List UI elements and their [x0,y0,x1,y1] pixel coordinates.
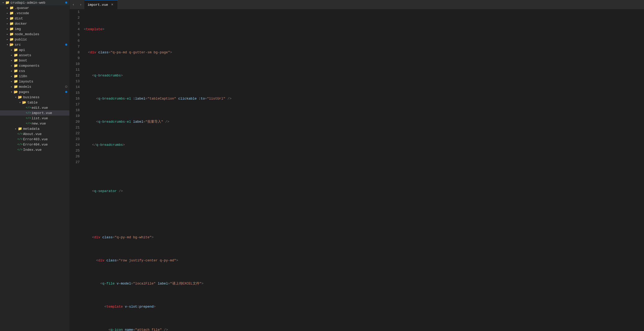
sidebar-item-css[interactable]: 📁 css [0,68,69,74]
tab-nav-prev[interactable]: ‹ [70,0,77,9]
business-arrow [14,95,18,99]
line-num-12: 12 [72,73,80,79]
sidebar-item-list-vue[interactable]: </> list.vue [0,116,69,121]
api-arrow [9,48,14,52]
sidebar-item-pages[interactable]: 📂 pages [0,89,69,95]
sidebar-item-layouts[interactable]: 📁 layouts [0,79,69,84]
line-num-7: 7 [72,44,80,50]
line-num-9: 9 [72,55,80,61]
code-line-2: <div class="q-pa-md q-gutter-sm bg-page"… [84,50,644,55]
layouts-folder-icon: 📁 [14,79,18,84]
line-num-22: 22 [72,131,80,136]
table-label: table [27,101,38,105]
sidebar-item-src[interactable]: 📂 src [0,42,69,47]
sidebar-item-node-modules[interactable]: 📁 node_modules [0,32,69,37]
sidebar-item-models[interactable]: 📁 models [0,84,69,89]
sidebar-item-assets[interactable]: 📁 assets [0,53,69,58]
line-num-13: 13 [72,79,80,84]
line-num-14: 14 [72,84,80,90]
code-line-5: <q-breadcrumbs-el label="批量导入" /> [84,119,644,125]
error403-vue-icon: </> [18,137,22,141]
code-container[interactable]: 1 2 3 4 5 6 7 8 9 10 11 12 13 14 15 16 1… [70,9,644,331]
components-arrow [9,64,14,68]
business-label: business [23,95,39,99]
sidebar-item-components[interactable]: 📁 components [0,63,69,68]
sidebar-item-about-vue[interactable]: </> About.vue [0,131,69,137]
line-num-8: 8 [72,50,80,55]
models-arrow [9,85,14,89]
sidebar-item-import-vue[interactable]: </> import.vue [0,110,69,116]
boot-label: boot [19,59,27,63]
metadata-label: metadata [23,127,39,131]
sidebar-item-business[interactable]: 📂 business [0,95,69,100]
sidebar-item-metadata[interactable]: 📁 metadata [0,126,69,131]
sidebar-item-i18n[interactable]: 📁 i18n [0,74,69,79]
business-folder-icon: 📂 [18,95,22,99]
tab-close-button[interactable]: × [110,3,114,7]
table-folder-icon: 📂 [22,100,26,105]
dist-label: dist [15,17,23,20]
code-content[interactable]: <template> <div class="q-pa-md q-gutter-… [83,9,644,331]
public-label: public [15,38,27,42]
node-modules-arrow [5,32,9,36]
quasar-label: .quasar [15,6,29,10]
sidebar-item-dist[interactable]: 📁 dist [0,16,69,21]
root-dot [65,2,67,4]
line-num-3: 3 [72,21,80,27]
new-vue-label: new.vue [32,122,46,126]
src-arrow [5,43,9,47]
boot-arrow [9,58,14,63]
models-label: models [19,85,31,89]
sidebar-item-docker[interactable]: 📁 docker [0,21,69,26]
dist-arrow [5,16,9,20]
code-line-7 [84,165,644,171]
layouts-label: layouts [19,80,33,84]
line-num-6: 6 [72,38,80,44]
src-folder-icon: 📂 [9,43,14,47]
root-arrow [1,1,5,5]
sidebar-item-vscode[interactable]: 📁 .vscode [0,11,69,16]
sidebar-item-index-vue[interactable]: </> Index.vue [0,147,69,152]
i18n-folder-icon: 📁 [14,74,18,78]
line-num-19: 19 [72,113,80,119]
line-num-2: 2 [72,15,80,21]
code-line-11: <div class="row justify-center q-py-md"> [84,258,644,263]
code-line-3: <q-breadcrumbs> [84,73,644,79]
sidebar-item-boot[interactable]: 📁 boot [0,58,69,63]
about-vue-label: About.vue [23,132,42,136]
edit-vue-label: edit.vue [32,106,48,110]
sidebar-item-error403-vue[interactable]: </> Error403.vue [0,137,69,142]
editor-area: ‹ › import.vue × 1 2 3 4 5 6 7 8 9 10 11… [70,0,644,331]
line-num-20: 20 [72,119,80,125]
models-dot [65,86,67,88]
sidebar-item-error404-vue[interactable]: </> Error404.vue [0,142,69,147]
sidebar-item-public[interactable]: 📁 public [0,37,69,42]
root-folder[interactable]: 📁 crudapi-admin-web [0,0,69,5]
sidebar-item-quasar[interactable]: 📁 .quasar [0,5,69,11]
tab-import-vue[interactable]: import.vue × [84,0,118,9]
line-num-15: 15 [72,90,80,96]
models-folder-icon: 📁 [14,85,18,89]
line-num-24: 24 [72,142,80,148]
line-num-23: 23 [72,136,80,142]
boot-folder-icon: 📁 [14,58,18,63]
img-arrow [5,27,9,31]
sidebar-item-edit-vue[interactable]: </> edit.vue [0,105,69,110]
error404-vue-label: Error404.vue [23,143,48,147]
about-vue-icon: </> [18,132,22,136]
line-num-25: 25 [72,148,80,154]
tab-nav-next[interactable]: › [77,0,84,9]
code-line-4: <q-breadcrumbs-el :label="tableCaption" … [84,96,644,102]
sidebar-item-api[interactable]: 📁 api [0,47,69,53]
sidebar-item-new-vue[interactable]: </> new.vue [0,121,69,126]
sidebar-item-table[interactable]: 📂 table [0,100,69,105]
sidebar-item-img[interactable]: 📁 img [0,26,69,32]
code-line-10: <div class="q-py-md bg-white"> [84,235,644,240]
vscode-label: .vscode [15,11,29,15]
code-line-9 [84,211,644,217]
src-dot [65,44,67,46]
i18n-label: i18n [19,74,27,78]
tab-filename: import.vue [88,3,108,7]
css-arrow [9,69,14,73]
line-num-26: 26 [72,154,80,159]
